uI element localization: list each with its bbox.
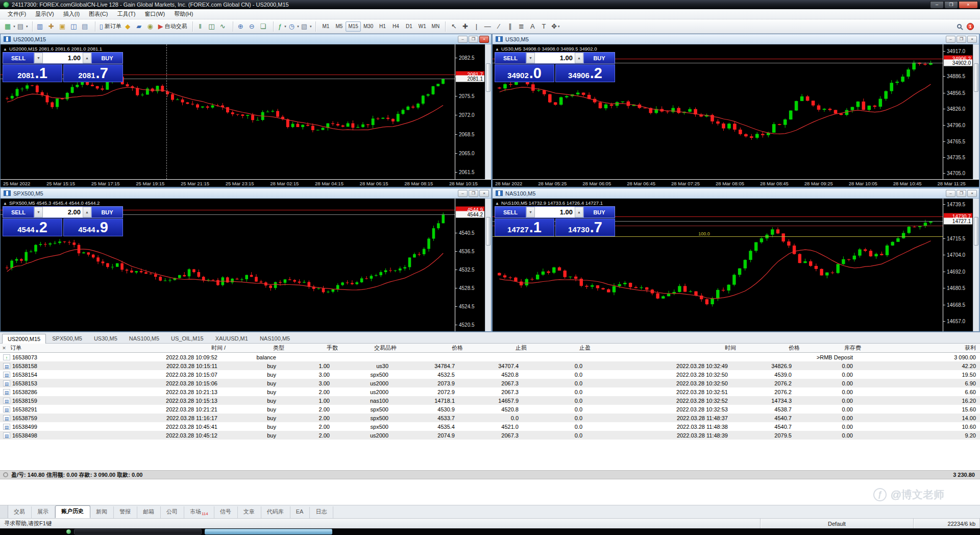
terminal-tab[interactable]: 公司 xyxy=(161,506,184,518)
buy-button[interactable]: BUY xyxy=(91,206,123,218)
buy-price-display[interactable]: 14730.7 xyxy=(555,218,615,236)
column-header[interactable]: 时间 / xyxy=(148,344,230,352)
menu-item[interactable]: 显示(V) xyxy=(31,9,59,19)
chart-restore-button[interactable]: ❐ xyxy=(469,36,478,43)
terminal-tab[interactable]: 日志 xyxy=(310,506,333,518)
chart-restore-button[interactable]: ❐ xyxy=(957,190,966,197)
volume-decrease-button[interactable]: ▼ xyxy=(34,207,43,217)
templates-icon[interactable]: ▧ ▾ xyxy=(300,21,313,32)
menu-item[interactable]: 帮助(H) xyxy=(169,9,198,19)
scrollbar-thumb[interactable] xyxy=(486,63,491,92)
taskbar-window-button[interactable] xyxy=(74,529,202,534)
volume-increase-button[interactable]: ▲ xyxy=(83,53,91,63)
volume-input[interactable] xyxy=(535,53,575,63)
table-row[interactable]: 16538153 2022.03.28 10:15:06 buy 3.00 us… xyxy=(0,379,980,387)
chart-minimize-button[interactable]: – xyxy=(946,190,955,197)
label-icon[interactable]: T xyxy=(538,21,550,32)
window-close-button[interactable]: × xyxy=(959,1,978,9)
terminal-tab[interactable]: 文章 xyxy=(238,506,261,518)
profiles-icon[interactable]: ▤ ▾ xyxy=(16,21,29,32)
terminal-folder-icon[interactable]: ▣ xyxy=(58,21,69,32)
chart-close-button[interactable]: × xyxy=(967,190,977,197)
menu-item[interactable]: 文件(F) xyxy=(3,9,31,19)
timeframe-button[interactable]: W1 xyxy=(415,21,429,32)
chart-tab[interactable]: XAUUSD,M1 xyxy=(210,334,254,343)
line-chart-icon[interactable]: ∿ xyxy=(218,21,230,32)
table-row[interactable]: 16538291 2022.03.28 10:21:21 buy 2.00 sp… xyxy=(0,405,980,414)
sell-price-display[interactable]: 2081.1 xyxy=(3,64,62,82)
sell-button[interactable]: SELL xyxy=(495,206,526,218)
data-window-icon[interactable]: ▤ xyxy=(81,21,92,32)
arrows-icon[interactable]: ✥ ▾ xyxy=(550,21,561,32)
chart-tab[interactable]: US30,M5 xyxy=(88,334,123,343)
table-row[interactable]: 16538759 2022.03.28 11:16:17 buy 2.00 sp… xyxy=(0,414,980,422)
volume-increase-button[interactable]: ▲ xyxy=(83,207,91,217)
crosshair-icon[interactable]: ✚ xyxy=(460,21,471,32)
buy-price-display[interactable]: 4544.9 xyxy=(63,218,123,236)
buy-button[interactable]: BUY xyxy=(583,206,615,218)
horizontal-line-icon[interactable]: — xyxy=(482,21,494,32)
terminal-tab[interactable]: 警报 xyxy=(114,506,137,518)
chart-scrollbar[interactable] xyxy=(485,199,491,331)
cursor-icon[interactable]: ↖ xyxy=(449,21,460,32)
sell-price-display[interactable]: 34902.0 xyxy=(495,64,554,82)
terminal-tab[interactable]: EA xyxy=(290,507,310,518)
column-header[interactable]: 获利 xyxy=(865,344,980,352)
price-scale[interactable]: 34917.0 34886.5 34856.5 34826.0 xyxy=(943,44,973,179)
column-header[interactable]: 价格 xyxy=(401,344,467,352)
table-row[interactable]: 16538073 2022.03.28 10:09:52 balance >RM… xyxy=(0,353,980,361)
bar-chart-icon[interactable]: ‖ xyxy=(196,21,207,32)
volume-input[interactable] xyxy=(535,207,575,217)
volume-decrease-button[interactable]: ▼ xyxy=(34,53,43,63)
dock-tab-strip[interactable] xyxy=(0,505,8,518)
terminal-tab[interactable]: 邮箱 xyxy=(137,506,161,518)
price-scale[interactable]: 4540.5 4536.5 4532.5 4528.5 4524 xyxy=(455,199,485,331)
market-watch-icon[interactable]: ▥ xyxy=(36,21,47,32)
window-minimize-button[interactable]: – xyxy=(930,1,944,9)
sell-price-display[interactable]: 14727.1 xyxy=(495,218,554,236)
menu-item[interactable]: 插入(I) xyxy=(59,9,84,19)
chart-tab[interactable]: SPX500,M5 xyxy=(46,334,88,343)
taskbar-app-icon[interactable] xyxy=(66,529,71,534)
buy-button[interactable]: BUY xyxy=(583,52,615,64)
scrollbar-thumb[interactable] xyxy=(974,63,978,92)
terminal-tab[interactable]: 展示 xyxy=(32,506,55,518)
strategy-tester-icon[interactable]: ◫ xyxy=(69,21,81,32)
chart-scrollbar[interactable] xyxy=(973,199,979,331)
price-scale[interactable]: 14739.5 14715.5 14704.0 14692.0 xyxy=(943,199,973,331)
scrollbar-thumb[interactable] xyxy=(486,217,491,246)
chart-close-button[interactable]: × xyxy=(479,190,489,197)
sell-button[interactable]: SELL xyxy=(3,206,34,218)
candlestick-chart-icon[interactable]: ◫ xyxy=(207,21,218,32)
table-row[interactable]: 16538154 2022.03.28 10:15:07 buy 3.00 sp… xyxy=(0,370,980,379)
sell-button[interactable]: SELL xyxy=(3,52,34,64)
channel-icon[interactable]: ∥ xyxy=(505,21,516,32)
column-header[interactable]: 止损 xyxy=(467,344,531,352)
autotrading-icon[interactable]: ▶ 自动交易 xyxy=(157,21,189,32)
table-row[interactable]: 16538498 2022.03.28 10:45:12 buy 2.00 us… xyxy=(0,431,980,440)
sell-button[interactable]: SELL xyxy=(495,52,526,64)
text-icon[interactable]: A xyxy=(527,21,538,32)
column-header[interactable]: 时间 xyxy=(595,344,740,352)
chart-tab[interactable]: US2000,M15 xyxy=(2,334,46,344)
column-header[interactable]: 止盈 xyxy=(531,344,595,352)
terminal-tab[interactable]: 信号 xyxy=(214,506,238,518)
chart-canvas[interactable]: ▲SPX500,M5 4545.3 4545.4 4544.0 4544.2 S… xyxy=(1,199,455,331)
timeframe-button[interactable]: MN xyxy=(429,21,442,32)
chart-close-button[interactable]: × xyxy=(479,36,489,43)
time-axis[interactable]: 25 Mar 202225 Mar 15:1525 Mar 17:1525 Ma… xyxy=(1,179,491,187)
volume-input[interactable] xyxy=(43,53,83,63)
indicators-icon[interactable]: ƒ ▾ xyxy=(277,21,288,32)
chart-restore-button[interactable]: ❐ xyxy=(957,36,966,43)
alerts-icon[interactable]: ◆ xyxy=(124,21,135,32)
scrollbar-thumb[interactable] xyxy=(974,217,978,246)
volume-decrease-button[interactable]: ▼ xyxy=(526,53,535,63)
terminal-tab[interactable]: 市场114 xyxy=(184,506,214,518)
search-icon[interactable] xyxy=(957,24,962,29)
table-row[interactable]: 16538499 2022.03.28 10:45:41 buy 2.00 sp… xyxy=(0,422,980,431)
fibonacci-icon[interactable]: ≣ xyxy=(516,21,527,32)
vertical-line-icon[interactable]: | xyxy=(471,21,482,32)
zoom-out-icon[interactable]: ⊖ xyxy=(248,21,259,32)
volume-increase-button[interactable]: ▲ xyxy=(575,207,583,217)
new-chart-icon[interactable]: ▦ ▾ xyxy=(4,21,16,32)
